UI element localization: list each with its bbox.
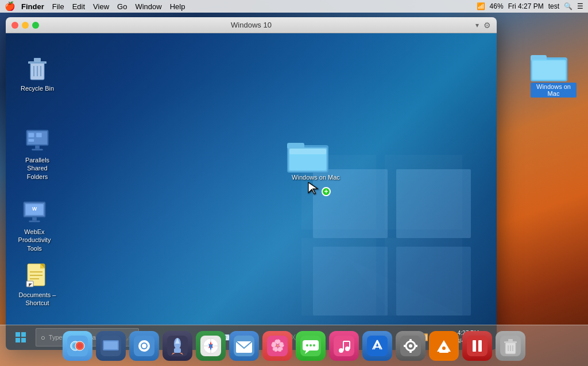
- svg-rect-22: [29, 133, 34, 138]
- search-icon[interactable]: 🔍: [564, 2, 572, 10]
- battery-status: 46%: [490, 2, 504, 10]
- svg-rect-105: [409, 350, 412, 353]
- parallels-shared-image: [24, 128, 51, 154]
- dock-launchpad[interactable]: [163, 331, 192, 361]
- menu-right: 📶 46% Fri 4:27 PM test 🔍 ☰: [477, 2, 583, 10]
- svg-rect-31: [32, 217, 37, 221]
- clock: Fri 4:27 PM: [508, 2, 544, 10]
- dock-parallels[interactable]: [462, 331, 492, 361]
- dock-photos[interactable]: 🌸: [262, 331, 292, 361]
- mac-desktop: 🍎 Finder File Edit View Go Window Help 📶…: [0, 0, 588, 366]
- parallels-titlebar: Windows 10 ▾ ⚙: [6, 17, 497, 33]
- close-button[interactable]: [11, 22, 18, 29]
- menu-view[interactable]: View: [93, 2, 109, 11]
- win-folder-svg: [287, 139, 328, 173]
- svg-point-91: [339, 348, 343, 353]
- maximize-button[interactable]: [32, 22, 39, 29]
- svg-rect-24: [29, 139, 34, 142]
- parallels-shared-label: Parallels SharedFolders: [14, 156, 60, 181]
- minimize-button[interactable]: [22, 22, 29, 29]
- apple-logo-icon[interactable]: 🍎: [5, 1, 16, 11]
- svg-rect-110: [439, 351, 448, 353]
- dock-chrome[interactable]: [129, 331, 159, 361]
- mac-folder-svg: [531, 52, 567, 81]
- docs-shortcut-image: [24, 263, 51, 289]
- svg-rect-107: [415, 345, 417, 347]
- svg-point-66: [142, 344, 146, 348]
- dock-appstore[interactable]: A: [362, 331, 392, 361]
- notification-icon[interactable]: ☰: [577, 2, 583, 10]
- recycle-bin-label: Recycle Bin: [14, 84, 60, 92]
- webex-tools-label: WebEx ProductivityTools: [11, 228, 57, 252]
- svg-point-56: [77, 343, 83, 349]
- svg-rect-59: [104, 341, 118, 349]
- username: test: [548, 2, 559, 10]
- svg-point-89: [313, 344, 315, 346]
- svg-rect-117: [504, 341, 517, 343]
- docs-shortcut-label: Documents –Shortcut: [14, 291, 60, 307]
- mac-desktop-folder[interactable]: Windows on Mac: [531, 52, 577, 98]
- dock-messages[interactable]: [296, 331, 326, 361]
- win-folder-label: Windows on Mac: [287, 174, 345, 181]
- svg-rect-25: [35, 146, 40, 149]
- win10-desktop: Recycle Bin: [6, 33, 497, 350]
- svg-point-103: [409, 344, 412, 348]
- svg-rect-46: [289, 149, 326, 154]
- svg-rect-113: [473, 340, 476, 352]
- svg-point-88: [310, 344, 312, 346]
- svg-rect-60: [108, 351, 114, 352]
- menu-file[interactable]: File: [52, 2, 64, 11]
- dock-screen-sharing[interactable]: [96, 331, 126, 361]
- window-title: Windows 10: [231, 21, 272, 29]
- webex-tools-icon[interactable]: W WebEx ProductivityTools: [11, 200, 57, 252]
- traffic-lights: [11, 22, 39, 29]
- svg-rect-112: [467, 336, 488, 356]
- recycle-bin-image: [24, 56, 51, 83]
- dock-vlc[interactable]: [429, 331, 459, 361]
- dock-music[interactable]: [329, 331, 359, 361]
- recycle-bin-icon[interactable]: Recycle Bin: [14, 56, 60, 92]
- svg-rect-106: [404, 345, 407, 347]
- dock-trash[interactable]: [496, 331, 525, 361]
- dock-finder[interactable]: [63, 331, 92, 361]
- mac-menubar: 🍎 Finder File Edit View Go Window Help 📶…: [0, 0, 588, 13]
- dock-system-prefs[interactable]: [396, 331, 425, 361]
- wifi-icon: 📶: [477, 2, 485, 10]
- dock-mail[interactable]: [229, 331, 259, 361]
- docs-shortcut-icon[interactable]: Documents –Shortcut: [14, 263, 60, 307]
- chevron-down-icon[interactable]: ▾: [475, 21, 479, 29]
- menu-help[interactable]: Help: [170, 2, 185, 11]
- svg-rect-104: [409, 339, 412, 342]
- svg-rect-61: [106, 352, 115, 353]
- svg-rect-23: [36, 133, 42, 138]
- svg-rect-118: [508, 339, 513, 341]
- svg-text:W: W: [32, 206, 37, 212]
- menu-edit[interactable]: Edit: [72, 2, 85, 11]
- mac-dock: 🌸: [0, 325, 588, 366]
- svg-rect-26: [32, 149, 42, 150]
- mac-folder-label: Windows on Mac: [531, 83, 577, 98]
- webex-tools-image: W: [21, 200, 48, 226]
- svg-marker-6: [385, 155, 462, 229]
- active-app-name: Finder: [21, 2, 44, 11]
- svg-point-92: [345, 346, 350, 351]
- svg-rect-4: [533, 61, 565, 79]
- parallels-window: Windows 10 ▾ ⚙: [6, 17, 497, 350]
- svg-rect-32: [29, 220, 40, 222]
- svg-rect-114: [478, 340, 482, 352]
- menu-items: File Edit View Go Window Help: [52, 2, 185, 11]
- win-windows-on-mac-folder[interactable]: Windows on Mac: [287, 139, 345, 181]
- title-controls: ▾ ⚙: [475, 21, 491, 30]
- svg-point-87: [306, 344, 308, 346]
- svg-rect-16: [34, 58, 41, 61]
- svg-rect-70: [174, 348, 181, 353]
- menu-go[interactable]: Go: [117, 2, 127, 11]
- parallels-shared-icon[interactable]: Parallels SharedFolders: [14, 128, 60, 181]
- svg-point-111: [442, 346, 446, 350]
- dock-safari[interactable]: [196, 331, 226, 361]
- menu-window[interactable]: Window: [135, 2, 161, 11]
- gear-icon[interactable]: ⚙: [483, 21, 491, 30]
- svg-text:🌸: 🌸: [270, 338, 285, 352]
